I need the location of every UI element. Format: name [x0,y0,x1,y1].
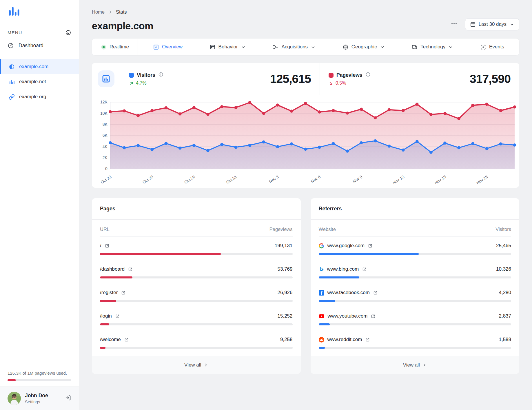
svg-text:Oct 25: Oct 25 [142,174,154,185]
info-icon[interactable] [365,72,371,78]
usage-meter: 126.3K of 1M pageviews used. [0,371,79,387]
row-bar-fill [100,300,116,302]
logout-icon[interactable] [65,395,71,401]
tab-events[interactable]: Events [476,39,508,55]
row-value: 1,588 [499,337,511,342]
row-bar-track [319,323,511,325]
row-bar-fill [319,276,359,278]
external-link-icon[interactable] [368,243,373,248]
svg-text:6K: 6K [103,133,108,138]
tab-behavior[interactable]: Behavior [205,39,250,55]
sidebar-site-example.net[interactable]: example.net [0,74,79,89]
more-options-button[interactable] [451,20,458,28]
breadcrumb-home[interactable]: Home [92,9,105,15]
svg-text:Oct 22: Oct 22 [100,174,112,185]
sidebar-site-example.org[interactable]: example.org [0,89,79,104]
chevron-down-icon [311,45,316,50]
view-all-button[interactable]: View all [311,356,520,374]
link-icon [9,94,15,100]
row-label: /welcome [100,337,121,342]
behavior-icon [209,44,216,50]
svg-text:2K: 2K [103,155,108,160]
table-row[interactable]: /login 15,252 [92,307,301,331]
row-bar-track [100,347,293,349]
bing-favicon-icon [319,267,324,272]
info-icon[interactable] [158,72,163,78]
svg-text:8K: 8K [103,122,108,127]
row-label: www.facebook.com [327,290,370,296]
row-bar-fill [100,323,109,325]
row-label: www.bing.com [327,266,359,272]
svg-text:12K: 12K [100,100,108,104]
table-row[interactable]: / 199,131 [92,237,301,260]
chevron-right-icon [422,363,427,367]
tab-acquisitions[interactable]: Acquisitions [268,39,320,55]
svg-text:Nov 3: Nov 3 [268,174,280,184]
external-link-icon[interactable] [124,337,129,342]
user-profile[interactable]: John Doe Settings [0,387,79,410]
table-row[interactable]: /dashboard 53,769 [92,260,301,284]
calendar-icon [470,21,476,27]
tab-technology[interactable]: Technology [407,39,457,55]
table-row[interactable]: /welcome 9,258 [92,331,301,354]
breadcrumb-stats: Stats [116,9,127,15]
external-link-icon[interactable] [121,290,126,295]
view-all-button[interactable]: View all [92,356,301,374]
svg-text:Nov 9: Nov 9 [352,174,363,184]
column-header: Visitors [495,227,511,232]
row-value: 2,837 [499,313,511,319]
theme-icon[interactable] [65,30,71,36]
row-bar-track [319,253,511,255]
external-link-icon[interactable] [362,267,367,272]
external-link-icon[interactable] [373,290,378,295]
external-link-icon[interactable] [105,243,110,248]
date-range-button[interactable]: Last 30 days [465,18,519,30]
stat-value: 125,615 [270,72,311,86]
table-row[interactable]: www.google.com 25,465 [311,237,520,260]
usage-text: 126.3K of 1M pageviews used. [8,371,71,376]
technology-icon [411,44,418,50]
tab-geographic[interactable]: Geographic [338,39,389,55]
external-link-icon[interactable] [365,337,370,342]
app-logo [0,0,79,20]
row-bar-fill [100,347,105,349]
sidebar: MENU Dashboard example.com example.net e… [0,0,79,410]
column-header: Website [319,227,336,232]
sidebar-site-example.com[interactable]: example.com [0,59,79,74]
chevron-down-icon [448,45,453,50]
external-link-icon[interactable] [128,267,133,272]
avatar [8,392,21,405]
stat-delta: 4.7% [129,81,163,86]
legend-swatch [329,73,334,78]
row-label: www.youtube.com [328,313,368,319]
menu-label: MENU [8,30,22,35]
table-row[interactable]: www.youtube.com 2,837 [311,307,520,331]
card-title: Referrers [311,198,520,220]
tab-overview[interactable]: Overview [149,39,187,55]
row-bar-track [100,300,293,302]
row-value: 53,769 [278,266,293,272]
column-header: Pageviews [269,227,293,232]
row-bar-fill [319,347,325,349]
arrow-down-right-icon [329,81,334,86]
row-value: 25,465 [496,243,511,249]
stats-chart-icon [98,70,114,87]
logo-icon [8,5,21,19]
table-row[interactable]: www.reddit.com 1,588 [311,331,520,354]
dashboard-icon [8,42,14,49]
tab-realtime[interactable]: Realtime [92,39,138,55]
breadcrumb-chevron-icon [108,10,112,14]
table-row[interactable]: www.bing.com 10,326 [311,260,520,284]
user-settings-link[interactable]: Settings [25,400,61,404]
svg-text:4K: 4K [103,144,108,149]
external-link-icon[interactable] [115,314,120,319]
row-bar-track [319,276,511,278]
table-row[interactable]: /register 26,926 [92,284,301,307]
traffic-chart[interactable]: 02K4K6K8K10K12KOct 22Oct 25Oct 28Oct 31N… [92,95,519,188]
sidebar-item-dashboard[interactable]: Dashboard [0,37,79,54]
column-header: URL [100,227,110,232]
external-link-icon[interactable] [371,314,376,319]
table-row[interactable]: www.facebook.com 4,280 [311,284,520,307]
acquisitions-icon [272,44,278,50]
chevron-right-icon [204,363,208,367]
